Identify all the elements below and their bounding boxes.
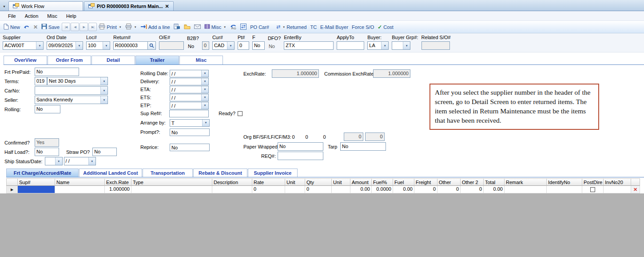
cell-qty[interactable]: 0	[305, 186, 332, 193]
pt-input[interactable]: 0	[238, 41, 249, 50]
tab-additional-landed-cost[interactable]: Additional Landed Cost	[79, 169, 142, 177]
chevron-down-icon[interactable]: ▼	[227, 42, 234, 49]
cell-freight[interactable]: 0	[414, 186, 437, 193]
cell-identify-no[interactable]	[547, 186, 582, 193]
etp-combo[interactable]: / / ▼	[170, 102, 209, 109]
tab-rebate-discount[interactable]: Rebate & Discount	[193, 169, 247, 177]
chevron-down-icon[interactable]: ▼	[100, 87, 107, 94]
cell-unit1[interactable]	[285, 186, 305, 193]
cell-exch-rate[interactable]: 1.000000	[105, 186, 131, 193]
chevron-down-icon[interactable]: ▼	[103, 42, 110, 49]
column-header-freight[interactable]: Freight	[414, 178, 437, 186]
buyer-combo[interactable]: LA ▼	[367, 41, 389, 50]
eta-combo[interactable]: / / ▼	[170, 86, 209, 93]
chevron-down-icon[interactable]: ▼	[134, 26, 137, 28]
column-header-name[interactable]: Name	[55, 178, 105, 186]
tab-trailer[interactable]: Trailer	[135, 56, 179, 64]
return-no-input[interactable]: R0000003	[113, 41, 148, 50]
apply-to-input[interactable]	[337, 41, 364, 50]
menu-misc[interactable]: Misc	[43, 12, 62, 20]
column-header-description[interactable]: Description	[212, 178, 252, 186]
reprice-input[interactable]: No	[170, 144, 210, 151]
chevron-down-icon[interactable]: ▼	[201, 70, 208, 77]
loc-combo[interactable]: 100 ▼	[86, 41, 110, 50]
terms-code-input[interactable]: 019	[35, 77, 47, 85]
email-buyer-button[interactable]: E-Mail Buyer	[319, 24, 350, 31]
return-search-button[interactable]	[148, 41, 156, 50]
paper-wrapped-input[interactable]: No	[278, 142, 323, 151]
cell-amount[interactable]: 0.00	[350, 186, 372, 193]
supplier-combo[interactable]: ACW00T ▼	[3, 41, 44, 50]
column-header-unit1[interactable]: Unit	[285, 178, 305, 186]
cost-button[interactable]: ✓ Cost	[376, 23, 395, 31]
column-header-exch-rate[interactable]: Exch.Rate	[105, 178, 131, 186]
column-header-remark[interactable]: Remark	[505, 178, 547, 186]
refresh-window-button[interactable]	[239, 23, 248, 32]
prev-record-button[interactable]: ◀	[71, 23, 79, 31]
column-header-unit2[interactable]: Unit	[332, 178, 350, 186]
tab-transportation[interactable]: Transportation	[143, 169, 193, 177]
delete-button[interactable]: ✕	[32, 23, 39, 31]
menu-action[interactable]: Action	[20, 12, 43, 20]
column-header-sup[interactable]: Sup#	[18, 178, 55, 186]
print-preview-button[interactable]: ▼	[124, 23, 138, 31]
column-header-qty[interactable]: Qty	[305, 178, 332, 186]
oe-input[interactable]	[159, 41, 184, 50]
ready-checkbox[interactable]	[238, 111, 242, 116]
column-header-rate[interactable]: Rate	[252, 178, 285, 186]
undo-po-button[interactable]: P/O	[228, 23, 238, 32]
prompt-input[interactable]: No	[170, 128, 210, 136]
chevron-down-icon[interactable]: ▼	[100, 77, 107, 85]
half-load-input[interactable]: No	[35, 148, 59, 156]
delete-row-button[interactable]: ✕	[631, 186, 640, 193]
tab-detail[interactable]: Detail	[91, 56, 135, 64]
tab-misc[interactable]: Misc	[179, 56, 223, 64]
undo-button[interactable]	[22, 23, 31, 31]
chevron-down-icon[interactable]: ▼	[76, 42, 83, 49]
cell-remark[interactable]	[505, 186, 547, 193]
arrange-by-combo[interactable]: T ▼	[170, 119, 210, 127]
ship-status-combo[interactable]: ▼	[45, 157, 63, 165]
tab-supplier-invoice[interactable]: Supplier Invoice	[248, 169, 298, 177]
chevron-down-icon[interactable]: ▼	[282, 26, 285, 28]
tarp-input[interactable]: No	[340, 142, 386, 151]
chevron-down-icon[interactable]: ▼	[100, 96, 107, 104]
print-button[interactable]: Print ▼	[97, 23, 123, 31]
tab-order-from[interactable]: Order From	[48, 56, 91, 64]
column-header-total[interactable]: Total	[484, 178, 505, 186]
cell-sup[interactable]	[18, 186, 55, 193]
cell-type[interactable]	[131, 186, 212, 193]
close-tab-icon[interactable]: ✕	[165, 4, 169, 9]
cell-rate[interactable]: 0	[252, 186, 285, 193]
cell-description[interactable]	[212, 186, 252, 193]
tab-return-maintenance[interactable]: P/O R0000003 Return Main... ✕	[84, 1, 174, 11]
column-header-fuel-pct[interactable]: Fuel%	[372, 178, 393, 186]
new-button[interactable]: New	[2, 23, 21, 32]
cell-total[interactable]: 0.00	[484, 186, 505, 193]
seller-combo[interactable]: Sandra Kennedy ▼	[35, 96, 108, 104]
rolling-input[interactable]: No	[35, 105, 60, 113]
cell-name[interactable]	[55, 186, 105, 193]
chevron-down-icon[interactable]: ▼	[201, 102, 208, 109]
tab-frt-charge-accrued-rate[interactable]: Frt Charge/Accrued/Rate	[6, 169, 79, 177]
tab-work-flow[interactable]: Work Flow	[8, 1, 83, 11]
misc-button[interactable]: Misc ▼	[203, 23, 228, 31]
menu-file[interactable]: File	[4, 12, 20, 20]
req-input[interactable]	[278, 152, 323, 160]
terms-combo[interactable]: Net 30 Days ▼	[47, 77, 108, 85]
chevron-down-icon[interactable]: ▼	[36, 42, 43, 49]
tc-button[interactable]: TC	[309, 24, 318, 31]
cell-fuel[interactable]: 0.00	[393, 186, 414, 193]
chevron-down-icon[interactable]: ▼	[403, 42, 410, 49]
chevron-down-icon[interactable]: ▼	[201, 94, 208, 101]
cell-other2[interactable]: 0	[461, 186, 484, 193]
cur-combo[interactable]: CAD ▼	[212, 41, 235, 50]
tab-overview[interactable]: OverView	[4, 56, 47, 64]
column-header-identify-no[interactable]: IdentifyNo	[547, 178, 582, 186]
next-record-button[interactable]: ▶	[80, 23, 88, 31]
chevron-down-icon[interactable]: ▼	[201, 78, 208, 85]
chevron-down-icon[interactable]: ▼	[381, 42, 388, 49]
sup-ref-input[interactable]	[169, 110, 209, 117]
chevron-down-icon[interactable]: ▼	[223, 26, 226, 28]
cell-unit2[interactable]	[332, 186, 350, 193]
